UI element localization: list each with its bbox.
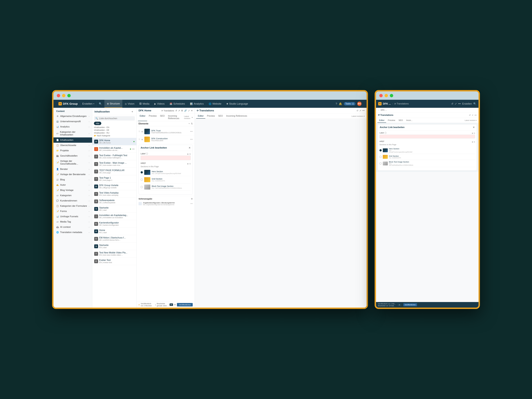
right-copy-field-icon[interactable]: ⎘ [474, 132, 475, 134]
eye-icon-trust[interactable]: ◉ [141, 130, 143, 133]
nav-tab-media[interactable]: 🖼 Media [137, 100, 152, 108]
sidebar-item-autor[interactable]: ✍ Autor › [53, 182, 92, 188]
bell-icon[interactable]: 🔔 [339, 102, 342, 105]
right-tl-max[interactable] [390, 94, 393, 97]
right-tab-seo[interactable]: SEO [397, 118, 405, 123]
page-item-home-ru[interactable]: H Home RU | start [92, 228, 136, 235]
expand-icon[interactable]: ⤢ [188, 109, 190, 112]
right-tl-close[interactable] [379, 94, 383, 97]
eye-icon-construction[interactable]: ◉ [141, 138, 143, 140]
pages-search-input[interactable] [99, 117, 133, 120]
right-latest-revision[interactable]: Latest revision ▾ [464, 118, 477, 123]
sidebar-item-unternehmensprofil[interactable]: 🏢 Unternehmensprofil › [53, 119, 92, 124]
sa-more-0[interactable]: ••• [190, 203, 193, 205]
element-row-trust[interactable]: ⠿ ◉ DFK Trust #3a97eb85faf68a930cc110589… [137, 128, 195, 135]
right-nav-icon-2[interactable]: ⤢ [455, 102, 457, 105]
right-erstellen-label[interactable]: Erstellen [462, 102, 472, 105]
erstellen-button[interactable]: Erstellen ▾ [80, 100, 97, 108]
filter-nach-kategorie[interactable]: 📂 Nach Kategorie [92, 134, 136, 138]
element-more-trust[interactable]: ••• [190, 130, 193, 133]
right-tl-min[interactable] [385, 94, 388, 97]
sidebar-item-kategorien[interactable]: 🏷 Kategorien der Inhaltsseiten › [53, 129, 92, 137]
section-option-hero[interactable]: Hero Section Key: y6cxg97eaxduvxgaeq3bzu… [141, 169, 191, 176]
trans-tab-editor[interactable]: Editor [196, 114, 205, 119]
traffic-light-close[interactable] [57, 94, 60, 97]
right-search-icon[interactable]: 🔍 [473, 102, 476, 105]
sidebar-item-vorlage-berater[interactable]: 📝 Vorlage der Beraterseite › [53, 172, 92, 177]
right-more-icon[interactable]: ••• [475, 114, 477, 116]
trans-tab-preview[interactable]: Preview [205, 114, 216, 119]
sidebar-item-projekte[interactable]: 📁 Projekte › [53, 148, 92, 153]
right-section-hero[interactable]: Hero Section Key:y6cxg97eaxduvxgaeq3bzux… [380, 147, 475, 154]
filter-inhaltsseiten-de[interactable]: Inhaltsseiten - DE [92, 129, 136, 132]
filter-inhaltsseiten-ru[interactable]: Inhaltsseiten - RU [92, 132, 136, 134]
page-item-3[interactable]: T TEST PAGE FORMULAR DE | test-page [92, 168, 136, 175]
refresh-icon[interactable]: ↺ [175, 109, 177, 112]
trans-menu-icon[interactable]: ••• [362, 109, 365, 112]
element-row-construction[interactable]: ⠿ ◉ DFK Construction #02244bbca690 ••• [137, 135, 195, 143]
page-item-dfk-home[interactable]: D DFK Home DE | dfk-home [92, 138, 136, 145]
sidebar-item-blog-vorlage[interactable]: 📝 Blog Vorlage › [53, 188, 92, 193]
sidebar-item-kundenstimmen[interactable]: 💬 Kundenstimmen › [53, 198, 92, 203]
sidebar-item-forms[interactable]: 📝 Forms › [53, 209, 92, 214]
nav-tab-structure[interactable]: ⊞ Structure [104, 100, 122, 108]
page-item-13[interactable]: T Test New Mobile Video Pla... EN | test… [92, 250, 136, 258]
sidebar-item-inhaltsseiten[interactable]: 📄 Inhaltsseiten [53, 137, 92, 143]
dialog-close-icon[interactable]: ✕ [189, 146, 191, 149]
traffic-light-min[interactable] [62, 94, 65, 97]
right-publish-button[interactable]: Veröffentlichen [403, 303, 417, 306]
right-label-input[interactable] [380, 135, 475, 138]
copy-field-icon[interactable]: ⎘ [190, 153, 191, 155]
share-icon[interactable]: ⇗ [178, 109, 180, 112]
page-item-11[interactable]: E EM Aktion | Startschuss f... DE | en20… [92, 235, 136, 243]
right-refresh-icon[interactable]: ↺ [469, 114, 471, 116]
sidebar-item-kategorien-2[interactable]: 🏷 Kategorien › [53, 193, 92, 198]
page-item-5[interactable]: D DFK Group Vorteile DE | dfkgroup-vorte… [92, 183, 136, 190]
sidebar-item-umfrage[interactable]: 📊 Umfrage Funnels › [53, 214, 92, 219]
element-more-construction[interactable]: ••• [190, 138, 193, 141]
right-share-icon[interactable]: ⇗ [472, 114, 473, 116]
sidebar-item-berater[interactable]: 👤 Berater › [53, 166, 92, 172]
right-href-copy-icon[interactable]: ⎘ [474, 141, 475, 143]
sidebar-item-allgemeine[interactable]: ⚙ Allgemeine Einstellungen › [53, 114, 92, 119]
page-item-7[interactable]: S Softwarepakete DE | softwarepakete [92, 198, 136, 205]
nav-tab-studio-language[interactable]: ✱ Studio Language [224, 100, 250, 108]
sidebar-item-kat-formulare[interactable]: 📋 Kategorien der Formulare › [53, 203, 92, 209]
latest-revision[interactable]: Latest revision ▾ [184, 114, 193, 121]
sidebar-item-analytics[interactable]: 📊 Analytics › [53, 124, 92, 129]
page-item-6[interactable]: T Test Video Autoplay EN | test-video-au… [92, 190, 136, 198]
editor-tab-preview[interactable]: Preview [147, 114, 158, 121]
trans-latest-revision[interactable]: Latest revision ▾ [351, 114, 365, 119]
link-field-icon[interactable]: ⊕ [187, 153, 189, 155]
page-item-10[interactable]: K Karrierekonfigurator DE | kariere-konf… [92, 220, 136, 228]
editor-tab-incoming[interactable]: Incoming References [166, 114, 184, 121]
trans-share-icon[interactable]: ⇗ [359, 109, 361, 112]
publish-button[interactable]: Veröffentlichen [177, 303, 193, 306]
nav-brand[interactable]: ✦ DFK Group [56, 102, 80, 105]
help-icon[interactable]: ? [336, 102, 337, 105]
user-avatar[interactable]: BS [357, 101, 361, 106]
settings-icon[interactable]: ⚙ [181, 109, 183, 112]
page-item-4[interactable]: T Test Page 1 DE | test-page-1 [92, 175, 136, 183]
right-dialog-close-icon[interactable]: ✕ [473, 126, 475, 129]
sort-element-icon[interactable]: ⇅ [191, 122, 193, 125]
sidebar-item-uebersichtsseite[interactable]: 📋 Übersichtsseite › [53, 143, 92, 148]
right-nav-icon-1[interactable]: ↺ [451, 102, 453, 105]
editor-tab-seo[interactable]: SEO [158, 114, 166, 121]
right-back-icon[interactable]: ← [378, 109, 380, 111]
seitanagabe-icon[interactable]: ⊕ [191, 197, 193, 200]
filter-all[interactable]: Alle [94, 122, 101, 125]
right-tab-editor[interactable]: Editor [377, 118, 386, 123]
nav-tab-website[interactable]: 🌐 Website [206, 100, 224, 108]
filter-inhaltsseiten-en[interactable]: Inhaltsseiten - EN [92, 126, 136, 129]
sa-item-0[interactable]: Angebotskonfigurator | Beratungstermin D… [139, 201, 193, 206]
trans-refresh-icon[interactable]: ↺ [356, 109, 358, 112]
page-item-2[interactable]: T Test Evelan - Main Image ... DE | test… [92, 160, 136, 168]
sidebar-item-translation-meta[interactable]: 🌐 Translation metadata › [53, 230, 92, 235]
right-section-grid[interactable]: Grid Section Key: 2ed02f22e973 [380, 154, 475, 160]
right-section-block[interactable]: Block Text Image Section Key:3a97eb85faf… [380, 160, 475, 167]
sidebar-item-media-tag[interactable]: 🏷 Media Tag › [53, 219, 92, 224]
right-tab-preview[interactable]: Preview [386, 118, 397, 123]
href-copy-icon[interactable]: ⎘ [190, 163, 191, 165]
section-option-grid[interactable]: Grid Section Key: 2ed02f22e973 [141, 176, 191, 184]
